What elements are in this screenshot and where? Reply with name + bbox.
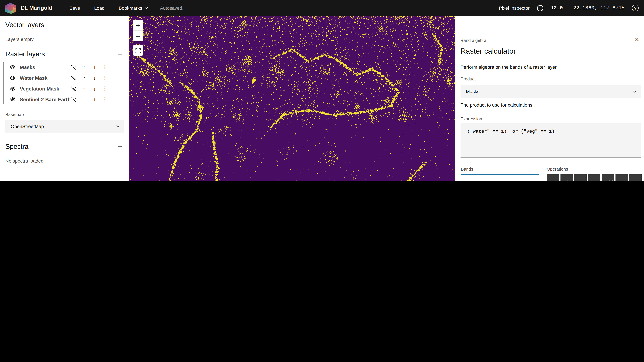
operations-keypad: acosasinatanlnlog10()cossintan789/<=>===… — [547, 174, 642, 181]
fullscreen-button[interactable] — [133, 45, 143, 56]
product-help-text: The product to use for calculations. — [460, 102, 534, 108]
marigold-logo-icon — [5, 3, 16, 13]
bookmarks-label: Bookmarks — [119, 5, 142, 11]
move-layer-up-icon[interactable]: ↑ — [81, 64, 87, 70]
help-icon[interactable]: ? — [632, 5, 639, 11]
layer-name: Masks — [20, 64, 70, 70]
zoom-out-button[interactable]: − — [133, 31, 143, 41]
move-layer-up-icon[interactable]: ↑ — [81, 75, 87, 81]
save-button[interactable]: Save — [65, 5, 85, 11]
map-zoom-control: + − — [133, 20, 143, 41]
operation-button[interactable]: ) — [629, 174, 642, 181]
raster-calculator-panel: Band algebra ✕ Raster calculator Perform… — [455, 16, 644, 181]
panel-description: Perform algebra on the bands of a raster… — [460, 64, 558, 70]
raster-layer-canvas — [129, 16, 455, 181]
product-select[interactable]: Masks — [460, 85, 641, 98]
zoom-level-value: 12.0 — [551, 5, 563, 11]
style-wand-icon[interactable] — [71, 64, 77, 70]
add-spectra-button[interactable]: + — [116, 142, 124, 151]
autosave-status: Autosaved. — [160, 5, 184, 11]
eye-hidden-icon[interactable] — [10, 96, 16, 102]
panel-title: Raster calculator — [460, 47, 516, 56]
pixel-inspector-button[interactable]: Pixel Inspector — [499, 5, 530, 11]
operations-label: Operations — [547, 167, 568, 172]
app-title: DL Marigold — [21, 5, 52, 11]
layer-list-accent-bar — [3, 62, 4, 104]
vector-layers-title: Vector layers — [5, 21, 44, 29]
chevron-down-icon — [144, 6, 148, 10]
eye-hidden-icon[interactable] — [10, 86, 16, 91]
eye-visible-icon[interactable] — [10, 64, 16, 70]
inspector-indicator-icon[interactable] — [537, 5, 544, 11]
zoom-in-button[interactable]: + — [133, 20, 143, 30]
move-layer-down-icon[interactable]: ↓ — [92, 96, 98, 102]
operation-button[interactable]: log10 — [602, 174, 614, 181]
topbar-divider — [60, 4, 60, 12]
move-layer-up-icon[interactable]: ↑ — [81, 96, 87, 102]
spectra-title: Spectra — [5, 143, 28, 150]
layer-options-kebab-icon[interactable]: ⋮ — [102, 64, 108, 70]
style-wand-icon[interactable] — [71, 75, 77, 81]
move-layer-up-icon[interactable]: ↑ — [81, 85, 87, 91]
load-button[interactable]: Load — [90, 5, 109, 11]
raster-layer-row: Water Mask↑↓⋮ — [0, 72, 129, 83]
product-label: Product — [460, 76, 476, 81]
chevron-down-icon — [632, 89, 636, 93]
top-bar: DL Marigold Save Load Bookmarks Autosave… — [0, 0, 644, 16]
operation-button[interactable]: acos — [547, 174, 559, 181]
basemap-select[interactable]: OpenStreetMap — [5, 120, 124, 133]
layer-options-kebab-icon[interactable]: ⋮ — [102, 96, 108, 102]
expression-input[interactable]: ("water" == 1) or ("veg" == 1) — [460, 123, 641, 158]
basemap-value: OpenStreetMap — [11, 123, 44, 129]
operation-button[interactable]: ln — [588, 174, 600, 181]
expression-label: Expression — [460, 116, 482, 121]
layer-name: Water Mask — [20, 75, 70, 81]
bands-label: Bands — [461, 167, 473, 172]
bands-group: waterveg — [461, 174, 539, 181]
map-viewport[interactable]: + − 3 km 2 mi ipyleaflet | Ma — [129, 16, 455, 181]
fullscreen-icon — [135, 48, 141, 53]
operation-button[interactable]: asin — [560, 174, 573, 181]
style-wand-icon[interactable] — [71, 85, 77, 91]
vector-layers-empty: Layers empty — [0, 36, 129, 42]
chevron-down-icon — [116, 124, 120, 128]
app-window: DL Marigold Save Load Bookmarks Autosave… — [0, 0, 644, 181]
move-layer-down-icon[interactable]: ↓ — [92, 75, 98, 81]
move-layer-down-icon[interactable]: ↓ — [92, 64, 98, 70]
spectra-empty: No spectra loaded — [0, 158, 129, 164]
raster-layer-list: Masks↑↓⋮Water Mask↑↓⋮Vegetation Mask↑↓⋮S… — [0, 62, 129, 105]
raster-layer-row: Vegetation Mask↑↓⋮ — [0, 83, 129, 94]
raster-layer-row: Sentinel-2 Bare Earth Co...↑↓⋮ — [0, 94, 129, 105]
operation-button[interactable]: atan — [574, 174, 587, 181]
bookmarks-menu[interactable]: Bookmarks — [114, 5, 152, 11]
add-vector-layer-button[interactable]: + — [116, 21, 124, 29]
raster-layer-row: Masks↑↓⋮ — [0, 62, 129, 72]
close-icon[interactable]: ✕ — [634, 37, 640, 42]
raster-layers-title: Raster layers — [5, 50, 45, 58]
band-button-water[interactable]: water — [461, 174, 539, 181]
operation-button[interactable]: ( — [616, 174, 628, 181]
layers-sidebar: Vector layers + Layers empty Raster laye… — [0, 16, 129, 181]
layer-name: Vegetation Mask — [20, 86, 70, 91]
layer-options-kebab-icon[interactable]: ⋮ — [102, 85, 108, 91]
add-raster-layer-button[interactable]: + — [116, 50, 124, 58]
style-wand-icon[interactable] — [71, 96, 77, 102]
move-layer-down-icon[interactable]: ↓ — [92, 85, 98, 91]
product-value: Masks — [466, 89, 480, 94]
eye-hidden-icon[interactable] — [10, 75, 16, 81]
layer-options-kebab-icon[interactable]: ⋮ — [102, 75, 108, 81]
layer-name: Sentinel-2 Bare Earth Co... — [20, 96, 70, 102]
panel-category: Band algebra — [460, 38, 486, 43]
cursor-coordinates: -22.1860, 117.8715 — [570, 5, 624, 11]
basemap-label: Basemap — [0, 112, 129, 117]
